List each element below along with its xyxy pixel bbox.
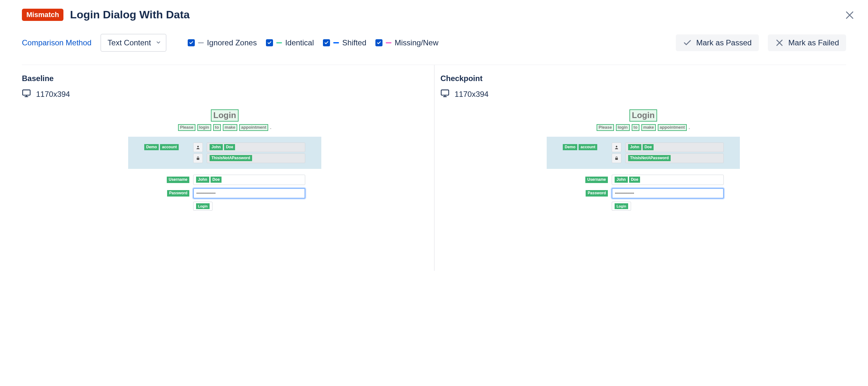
- lock-icon: [193, 153, 203, 163]
- mock-demo-account-box: Demo account John Doe: [128, 137, 321, 169]
- legend-color-identical: [276, 42, 282, 43]
- mock-login-button-label: Login: [196, 203, 210, 209]
- user-icon: [612, 142, 621, 152]
- checkbox-missing[interactable]: [375, 39, 382, 46]
- mock-username-input: John Doe: [612, 175, 724, 185]
- legend-color-missing: [386, 42, 392, 43]
- mock-login-button-label: Login: [615, 203, 628, 209]
- baseline-pane: Baseline 1170x394 Login Please login to …: [22, 65, 434, 211]
- checkpoint-resolution: 1170x394: [455, 90, 488, 99]
- checkbox-shifted[interactable]: [323, 39, 330, 46]
- mock-subtitle: Please login to make appointment .: [547, 124, 740, 131]
- mock-sub-w3: to: [213, 124, 221, 131]
- mock-sub-w2: login: [197, 124, 211, 131]
- mock-username-label: Username: [585, 177, 608, 183]
- legend-label-identical: Identical: [285, 38, 314, 47]
- mock-demo-pass: ThisIsNotAPassword: [210, 155, 252, 162]
- lock-icon: [612, 153, 621, 163]
- mock-sub-w5: appointment: [658, 124, 687, 131]
- mock-demo-label-w1: Demo: [563, 144, 577, 150]
- mock-sub-w1: Please: [597, 124, 614, 131]
- mock-subtitle: Please login to make appointment .: [128, 124, 321, 131]
- checkpoint-title: Checkpoint: [440, 74, 846, 83]
- baseline-resolution: 1170x394: [36, 90, 70, 99]
- legend-label-missing: Missing/New: [395, 38, 438, 47]
- mark-passed-button[interactable]: Mark as Passed: [676, 34, 759, 51]
- mock-username-w2: Doe: [629, 177, 640, 183]
- close-icon: [844, 10, 855, 21]
- svg-point-12: [616, 146, 618, 147]
- mock-demo-label-w2: account: [579, 144, 597, 150]
- legend-color-shifted: [333, 42, 339, 43]
- mark-failed-button[interactable]: Mark as Failed: [768, 34, 846, 51]
- mock-username-w1: John: [615, 177, 628, 183]
- legend-shifted[interactable]: Shifted: [323, 38, 366, 47]
- x-icon: [775, 38, 784, 47]
- mock-username-w2: Doe: [211, 177, 222, 183]
- mock-sub-w3: to: [632, 124, 640, 131]
- mock-username-input: John Doe: [193, 175, 305, 185]
- legend-label-shifted: Shifted: [342, 38, 366, 47]
- monitor-icon: [22, 89, 31, 100]
- comparison-method-value: Text Content: [107, 38, 151, 47]
- mock-password-input: •••••••••••••••••: [193, 188, 305, 199]
- comparison-method-select[interactable]: Text Content: [100, 34, 166, 52]
- checkbox-identical[interactable]: [266, 39, 273, 46]
- mock-sub-w1: Please: [178, 124, 195, 131]
- checkpoint-screenshot: Login Please login to make appointment .…: [547, 109, 740, 211]
- mock-demo-user-w2: Doe: [224, 144, 235, 150]
- mock-demo-username-field: John Doe: [625, 142, 724, 152]
- monitor-icon: [440, 89, 450, 100]
- mock-password-input: •••••••••••••••••: [612, 188, 724, 199]
- baseline-screenshot: Login Please login to make appointment .…: [128, 109, 321, 211]
- mark-passed-label: Mark as Passed: [696, 38, 752, 47]
- legend-ignored-zones[interactable]: Ignored Zones: [188, 38, 257, 47]
- legend-color-ignored: [198, 42, 204, 43]
- mock-login-heading: Login: [211, 109, 239, 121]
- mock-demo-user-w2: Doe: [643, 144, 654, 150]
- legend-missing-new[interactable]: Missing/New: [375, 38, 438, 47]
- mock-demo-pass: ThisIsNotAPassword: [628, 155, 671, 162]
- mock-demo-account-box: Demo account John Doe: [547, 137, 740, 169]
- legend-label-ignored: Ignored Zones: [207, 38, 257, 47]
- page-title: Login Dialog With Data: [70, 8, 190, 21]
- checkbox-ignored[interactable]: [188, 39, 195, 46]
- mock-sub-w5: appointment: [239, 124, 268, 131]
- mock-password-value: •••••••••••••••••: [196, 191, 216, 195]
- mock-demo-username-field: John Doe: [207, 142, 305, 152]
- check-icon: [683, 38, 692, 47]
- mock-sub-w2: login: [616, 124, 630, 131]
- svg-point-7: [197, 146, 199, 147]
- svg-rect-9: [441, 90, 448, 95]
- checkpoint-pane: Checkpoint 1170x394 Login Please login t…: [434, 65, 846, 211]
- status-badge-mismatch: Mismatch: [22, 9, 63, 21]
- user-icon: [193, 142, 203, 152]
- mock-demo-user-w1: John: [628, 144, 641, 150]
- svg-rect-8: [197, 158, 199, 160]
- mock-username-label: Username: [167, 177, 189, 183]
- close-button[interactable]: [844, 10, 855, 22]
- baseline-title: Baseline: [22, 74, 428, 83]
- mock-demo-password-field: ThisIsNotAPassword: [625, 153, 724, 163]
- legend-identical[interactable]: Identical: [266, 38, 314, 47]
- mock-username-w1: John: [196, 177, 209, 183]
- mock-login-button: Login: [193, 202, 213, 211]
- mock-sub-w4: make: [223, 124, 237, 131]
- mark-failed-label: Mark as Failed: [788, 38, 839, 47]
- mock-password-label: Password: [167, 190, 189, 197]
- mock-demo-user-w1: John: [210, 144, 223, 150]
- mock-sub-w4: make: [641, 124, 656, 131]
- mock-password-value: •••••••••••••••••: [615, 191, 634, 195]
- mock-demo-label-w2: account: [160, 144, 179, 150]
- mock-demo-label-w1: Demo: [144, 144, 159, 150]
- svg-rect-13: [615, 158, 618, 160]
- mock-demo-password-field: ThisIsNotAPassword: [207, 153, 305, 163]
- svg-rect-4: [23, 90, 30, 95]
- mock-password-label: Password: [586, 190, 608, 197]
- mock-login-button: Login: [612, 202, 631, 211]
- chevron-down-icon: [156, 38, 161, 47]
- comparison-method-label: Comparison Method: [22, 38, 91, 47]
- mock-sub-period: .: [270, 125, 271, 130]
- mock-sub-period: .: [689, 125, 690, 130]
- mock-login-heading: Login: [629, 109, 657, 121]
